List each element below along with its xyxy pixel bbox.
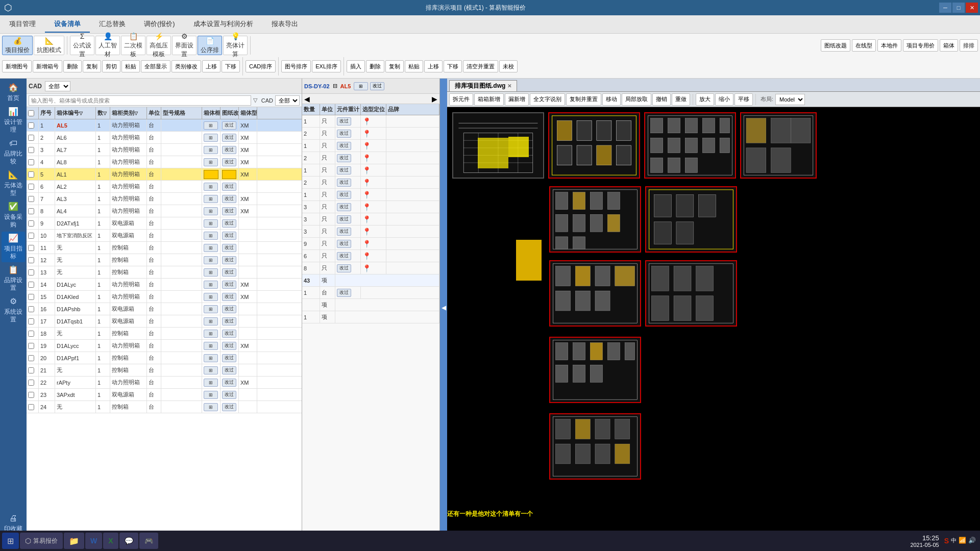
btn-sort-order[interactable]: 📄 公序排 — [198, 36, 222, 55]
btn-delete2[interactable]: 删除 — [366, 60, 384, 72]
maximize-button[interactable]: □ — [952, 3, 965, 13]
btn-reset[interactable]: 清空并重置 — [463, 60, 498, 72]
btn-show-all[interactable]: 全部显示 — [141, 60, 170, 72]
menu-equipment-list[interactable]: 设备清单 — [45, 16, 90, 33]
btn-manual-materials[interactable]: 👤 人工智材 — [95, 36, 120, 55]
btn-drawing-sort[interactable]: 图号排序 — [281, 60, 311, 72]
table-row[interactable]: 12 无 1 控制箱 台 ⊞ 改过 — [27, 254, 302, 266]
table-row[interactable]: 24 无 1 控制箱 台 ⊞ 改过 — [27, 401, 302, 413]
close-button[interactable]: ✕ — [966, 3, 978, 13]
table-row[interactable]: 23 3APxdt 1 双电源箱 台 ⊞ 改过 — [27, 389, 302, 401]
cad-thumbnail-7[interactable] — [549, 260, 641, 327]
sidebar-btn-comparison[interactable]: 📋 品牌设置 — [2, 263, 25, 294]
taskbar-app-quoting[interactable]: ⬡ 算易报价 — [20, 533, 63, 549]
menu-cost-analysis[interactable]: 成本设置与利润分析 — [184, 16, 262, 33]
table-row[interactable]: 21 无 1 控制箱 台 ⊞ 改过 — [27, 364, 302, 377]
btn-copy2[interactable]: 复制 — [385, 60, 404, 72]
table-row[interactable]: 10 地下室消防反区 1 双电源箱 台 ⊞ 改过 — [27, 230, 302, 242]
cad-thumbnail-9[interactable] — [549, 337, 641, 403]
cad-thumbnail-2[interactable] — [548, 112, 640, 179]
btn-excel-sort[interactable]: EXL排序 — [312, 60, 341, 72]
btn-all-text[interactable]: 全文字说别 — [530, 93, 565, 106]
menu-project-mgmt[interactable]: 项目管理 — [0, 16, 45, 33]
btn-volume-calc[interactable]: 💡 亮体计算 — [223, 36, 248, 55]
search-category-select[interactable]: 全部 — [275, 95, 300, 106]
cad-thumbnail-3[interactable] — [644, 112, 736, 179]
table-row[interactable]: 15 D1AKled 1 动力照明箱 台 ⊞ 改过 XM — [27, 291, 302, 303]
btn-interface-settings[interactable]: ⚙ 界面设置 — [172, 36, 197, 55]
sidebar-btn-brand[interactable]: 🏷 品牌比较 — [2, 137, 25, 167]
menu-report-export[interactable]: 报表导出 — [262, 16, 307, 33]
btn-leak-add[interactable]: 漏新增 — [505, 93, 529, 106]
table-row[interactable]: 17 D1ATqsb1 1 双电源箱 台 ⊞ 改过 — [27, 315, 302, 328]
cad-thumbnail-6[interactable] — [645, 186, 737, 253]
btn-new-drawing-num[interactable]: 新增图号 — [2, 60, 32, 72]
sidebar-btn-outline[interactable]: 📐 元体选型 — [2, 168, 25, 199]
btn-unchecked[interactable]: 未校 — [499, 60, 518, 72]
menu-summary[interactable]: 汇总替换 — [90, 16, 135, 33]
tab-close-icon[interactable]: ✕ — [507, 83, 511, 89]
btn-drawing-modify[interactable]: 图纸改题 — [821, 39, 850, 52]
btn-move[interactable]: 移动 — [602, 93, 621, 106]
menu-pricing[interactable]: 调价(报价) — [135, 16, 184, 33]
search-input[interactable] — [29, 95, 251, 106]
btn-cabinet-body[interactable]: 箱体 — [940, 39, 958, 52]
table-row[interactable]: 3 AL7 1 动力照明箱 台 ⊞ 改过 XM — [27, 144, 302, 156]
table-row[interactable]: 9 D2ATxfj1 1 双电源箱 台 ⊞ 改过 — [27, 217, 302, 230]
btn-delete[interactable]: 删除 — [63, 60, 82, 72]
table-row[interactable]: 8 AL4 1 动力照明箱 台 ⊞ 改过 XM — [27, 205, 302, 217]
table-row[interactable]: 20 D1APpf1 1 控制箱 台 ⊞ 改过 — [27, 352, 302, 364]
btn-drawing-mode[interactable]: 📐 抗图模式 — [34, 36, 64, 55]
table-row[interactable]: 16 D1APshb 1 双电源箱 台 ⊞ 改过 — [27, 303, 302, 315]
taskbar-app-excel[interactable]: X — [103, 533, 118, 549]
btn-move-down[interactable]: 下移 — [222, 60, 240, 72]
panel-collapse-handle[interactable]: ◀ — [440, 79, 447, 537]
btn-zoom-in[interactable]: 放大 — [696, 93, 714, 106]
drawing-btn2[interactable]: 改过 — [370, 82, 384, 90]
taskbar-app-game[interactable]: 🎮 — [139, 533, 158, 549]
btn-project-quote[interactable]: 💰 项目报价 — [2, 36, 33, 55]
btn-undo[interactable]: 撤销 — [652, 93, 671, 106]
taskbar-app-wechat[interactable]: 💬 — [119, 533, 138, 549]
btn-paste2[interactable]: 粘贴 — [405, 60, 423, 72]
table-row[interactable]: 2 AL6 1 动力照明箱 台 ⊞ 改过 XM — [27, 132, 302, 144]
btn-cad-sort[interactable]: CAD排序 — [246, 60, 276, 72]
cad-tab-main[interactable]: 排库项目图纸.dwg ✕ — [449, 80, 517, 91]
cad-thumbnail-10[interactable] — [549, 413, 641, 480]
layout-select[interactable]: Model — [775, 94, 805, 105]
sidebar-btn-approve[interactable]: ✅ 设备采购 — [2, 200, 25, 231]
table-row[interactable]: 22 rAPty 1 动力照明箱 台 ⊞ 改过 XM — [27, 377, 302, 389]
table-row[interactable]: 5 AL1 1 动力照明箱 台 XM — [27, 168, 302, 181]
sidebar-btn-home[interactable]: 🏠 首页 — [2, 81, 25, 104]
table-row[interactable]: 1 AL5 1 动力照明箱 台 ⊞ 改过 XM — [27, 119, 302, 132]
btn-pan[interactable]: 平移 — [734, 93, 753, 106]
scroll-left-btn[interactable]: ◀ — [304, 95, 310, 103]
taskbar-app-word[interactable]: W — [85, 533, 102, 549]
btn-up2[interactable]: 上移 — [424, 60, 443, 72]
select-all-checkbox[interactable] — [28, 110, 34, 116]
cad-filter-select[interactable]: 全部 — [45, 81, 70, 91]
btn-insert[interactable]: 插入 — [347, 60, 365, 72]
sidebar-btn-design-mgmt[interactable]: 📊 设计管理 — [2, 105, 25, 136]
cad-canvas[interactable] — [447, 107, 980, 537]
scroll-right-btn[interactable]: ▶ — [432, 95, 437, 103]
btn-secondary-template[interactable]: 📋 二次模板 — [121, 36, 145, 55]
table-row[interactable]: 4 AL8 1 动力照明箱 台 ⊞ 改过 XM — [27, 156, 302, 168]
table-row[interactable]: 19 D1ALycc 1 动力照明箱 台 ⊞ 改过 XM — [27, 340, 302, 352]
cad-thumbnail-5[interactable] — [549, 186, 641, 253]
btn-down2[interactable]: 下移 — [444, 60, 462, 72]
btn-zoom-out[interactable]: 缩小 — [715, 93, 733, 106]
btn-move-up[interactable]: 上移 — [202, 60, 220, 72]
btn-copy[interactable]: 复制 — [83, 60, 101, 72]
btn-online-type[interactable]: 在线型 — [852, 39, 876, 52]
btn-new-cabinet-num[interactable]: 新增箱号 — [33, 60, 62, 72]
btn-cabinet-add[interactable]: 箱箱新增 — [474, 93, 504, 106]
btn-dismantle-parts[interactable]: 拆元件 — [449, 93, 473, 106]
drawing-edit-btn[interactable]: ⊞ — [354, 82, 368, 90]
btn-cut[interactable]: 剪切 — [102, 60, 120, 72]
btn-paste[interactable]: 粘贴 — [121, 60, 140, 72]
mod-btn[interactable]: 改过 — [222, 121, 236, 130]
sidebar-btn-indicator[interactable]: 📈 项目指标 — [2, 232, 25, 262]
btn-project-price[interactable]: 项目专用价 — [903, 39, 938, 52]
sidebar-btn-system[interactable]: ⚙ 系统设置 — [2, 295, 25, 325]
